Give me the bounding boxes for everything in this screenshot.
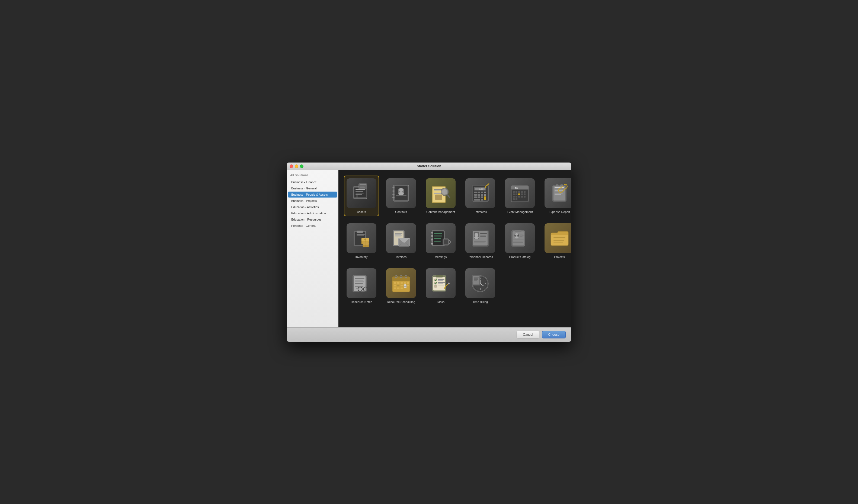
main-content: Assets (338, 170, 571, 327)
solution-item-assets[interactable]: Assets (344, 176, 379, 216)
solution-item-event-management[interactable]: 16 (502, 176, 538, 216)
sidebar-item-business-finance[interactable]: Business - Finance (288, 179, 337, 185)
sidebar-item-education-resources[interactable]: Education - Resources (288, 216, 337, 223)
svg-rect-68 (515, 194, 518, 195)
svg-rect-14 (359, 195, 359, 197)
solution-item-expense-report[interactable]: Expense Report (542, 176, 571, 216)
svg-rect-7 (360, 184, 366, 185)
svg-rect-41 (474, 192, 477, 193)
svg-text:1,234: 1,234 (479, 188, 484, 190)
svg-rect-81 (555, 187, 564, 188)
svg-rect-220 (474, 278, 478, 279)
svg-rect-200 (438, 283, 443, 284)
sidebar-item-education-administration[interactable]: Education - Administration (288, 210, 337, 216)
solution-item-content-management[interactable]: Content Management (423, 176, 458, 216)
svg-rect-84 (555, 192, 562, 192)
svg-rect-20 (396, 195, 407, 196)
content-management-icon (426, 178, 456, 208)
svg-rect-48 (484, 194, 486, 196)
svg-rect-134 (480, 235, 486, 235)
svg-rect-86 (555, 194, 561, 195)
svg-rect-69 (518, 194, 520, 195)
svg-rect-125 (434, 241, 441, 242)
solution-item-tasks[interactable]: Tasks (423, 265, 458, 306)
svg-rect-76 (524, 196, 526, 197)
svg-line-34 (447, 195, 449, 197)
solution-item-estimates[interactable]: 1,234 (463, 176, 498, 216)
product-catalog-label: Product Catalog (509, 255, 531, 259)
svg-rect-154 (554, 239, 564, 239)
solution-item-resource-scheduling[interactable]: Resource Scheduling (383, 265, 419, 306)
close-button[interactable] (290, 164, 293, 168)
svg-rect-23 (392, 191, 395, 192)
svg-rect-5 (355, 194, 362, 195)
sidebar-item-business-general[interactable]: Business - General (288, 185, 337, 191)
sidebar-item-education-activities[interactable]: Education - Activities (288, 204, 337, 210)
svg-rect-124 (434, 240, 442, 240)
meetings-label: Meetings (435, 255, 447, 259)
invoices-icon (386, 223, 416, 253)
svg-rect-51 (481, 196, 483, 198)
svg-rect-94 (356, 237, 365, 238)
svg-rect-162 (355, 283, 363, 284)
svg-rect-25 (392, 197, 395, 198)
assets-icon (347, 178, 376, 208)
svg-rect-177 (397, 282, 399, 284)
contacts-label: Contacts (395, 210, 407, 213)
svg-rect-141 (512, 231, 524, 245)
solution-item-time-billing[interactable]: Time Billing (463, 265, 498, 306)
sidebar-item-business-people[interactable]: Business - People & Assets (288, 192, 337, 197)
svg-rect-50 (478, 196, 480, 198)
expense-report-label: Expense Report (549, 210, 570, 213)
svg-rect-75 (521, 196, 523, 197)
inventory-icon (347, 223, 376, 253)
solution-item-meetings[interactable]: Meetings (423, 221, 458, 261)
research-notes-icon (347, 268, 376, 298)
svg-rect-24 (392, 194, 395, 195)
expense-report-icon (544, 178, 571, 208)
svg-rect-201 (434, 285, 436, 288)
svg-rect-66 (524, 191, 526, 193)
svg-rect-4 (355, 193, 364, 194)
window-controls (290, 164, 303, 168)
solution-item-contacts[interactable]: Contacts (383, 176, 419, 216)
svg-rect-87 (556, 184, 558, 186)
maximize-button[interactable] (300, 164, 303, 168)
svg-rect-92 (356, 234, 365, 235)
svg-point-18 (399, 188, 403, 192)
choose-button[interactable]: Choose (542, 331, 566, 338)
svg-rect-78 (515, 198, 518, 200)
window-title: Starter Solution (417, 164, 441, 168)
event-management-label: Event Management (507, 210, 533, 213)
svg-rect-67 (513, 194, 515, 195)
svg-rect-42 (478, 192, 480, 193)
solution-item-inventory[interactable]: Inventory (344, 221, 379, 261)
solution-item-personnel-records[interactable]: Personnel Records (463, 221, 498, 261)
solution-item-product-catalog[interactable]: LOREM Product Catalog (502, 221, 538, 261)
svg-rect-182 (397, 285, 399, 287)
solution-item-invoices[interactable]: Invoices (383, 221, 419, 261)
svg-rect-123 (434, 238, 441, 239)
svg-rect-83 (555, 190, 563, 191)
svg-rect-104 (395, 233, 402, 233)
solution-item-projects[interactable]: Projects (542, 221, 571, 261)
solutions-grid: Assets (344, 176, 566, 306)
title-bar: Starter Solution (287, 163, 571, 170)
svg-rect-135 (480, 236, 486, 237)
content-management-label: Content Management (426, 210, 455, 213)
svg-rect-133 (480, 233, 487, 234)
solution-item-research-notes[interactable]: Research Notes (344, 265, 379, 306)
svg-rect-178 (400, 282, 403, 284)
sidebar-item-personal-general[interactable]: Personal - General (288, 223, 337, 229)
svg-rect-138 (474, 241, 486, 242)
sidebar-item-business-projects[interactable]: Business - Projects (288, 198, 337, 204)
sidebar: All Solutions Business - Finance Busines… (287, 170, 338, 327)
svg-rect-64 (518, 191, 520, 193)
svg-rect-222 (474, 280, 477, 281)
svg-rect-149 (520, 237, 523, 238)
svg-rect-43 (481, 192, 483, 193)
svg-rect-219 (474, 277, 479, 277)
minimize-button[interactable] (295, 164, 298, 168)
svg-rect-44 (484, 192, 486, 193)
cancel-button[interactable]: Cancel (517, 331, 539, 338)
